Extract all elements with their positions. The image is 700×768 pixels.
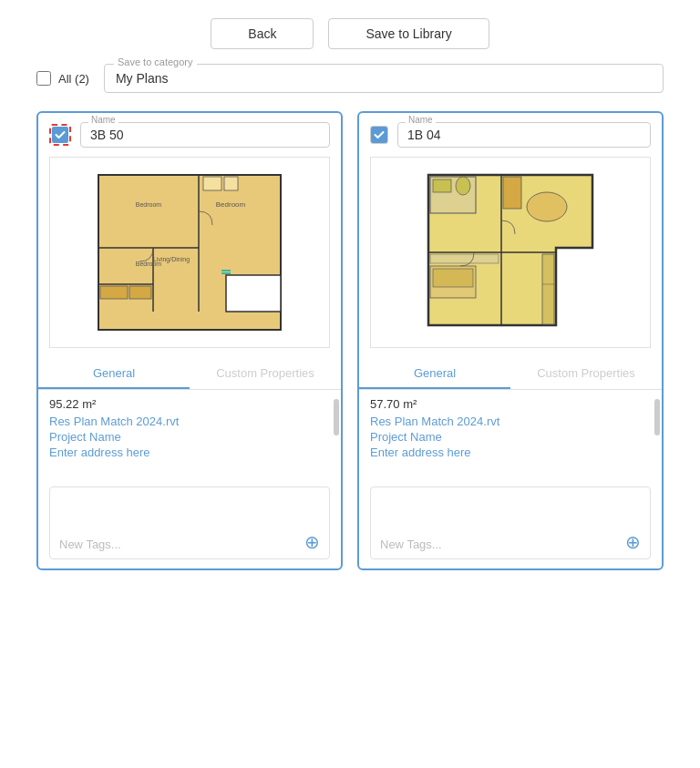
- top-toolbar: Back Save to Library: [0, 0, 700, 64]
- svg-text:Living/Dining: Living/Dining: [153, 256, 190, 263]
- card-2-floor-plan: [370, 157, 651, 348]
- card-2-name-field[interactable]: Name 1B 04: [397, 122, 651, 148]
- card-1-tab-general[interactable]: General: [38, 359, 190, 389]
- card-2-area: 57.70 m²: [370, 397, 651, 411]
- card-1-address: Enter address here: [49, 445, 330, 459]
- card-2-checkbox[interactable]: [370, 126, 388, 144]
- card-2-file: Res Plan Match 2024.rvt: [370, 415, 651, 428]
- card-1-floor-plan: Bedroom Bedroom Bedroom Living/Dining: [49, 157, 330, 348]
- card-1-tags-placeholder: New Tags...: [59, 538, 121, 551]
- card-2-tab-general[interactable]: General: [359, 359, 510, 389]
- card-1-header: Name 3B 50: [38, 113, 341, 153]
- card-2-scroll-indicator: [654, 399, 660, 435]
- card-1-name-value: 3B 50: [90, 128, 124, 142]
- svg-rect-21: [433, 179, 451, 192]
- category-row: All (2) Save to category My Plans: [0, 64, 700, 111]
- card-2-checkmark: [371, 127, 387, 143]
- svg-marker-5: [226, 275, 281, 312]
- card-1-scroll-indicator: [334, 399, 339, 435]
- card-2-tags-placeholder: New Tags...: [380, 538, 442, 551]
- card-2-address: Enter address here: [370, 445, 651, 459]
- svg-rect-13: [129, 286, 151, 299]
- all-checkbox-wrapper: All (2): [36, 71, 89, 86]
- all-checkbox[interactable]: [36, 71, 51, 86]
- card-2-tags-area[interactable]: New Tags... ⊕: [370, 486, 651, 559]
- card-1-general-content: 95.22 m² Res Plan Match 2024.rvt Project…: [38, 390, 341, 481]
- card-2-add-tag-button[interactable]: ⊕: [625, 533, 641, 551]
- cards-container: Name 3B 50 Bedroom Bedroom Bedroom Livin: [0, 111, 700, 589]
- card-2-name-label: Name: [406, 115, 436, 125]
- category-field[interactable]: Save to category My Plans: [104, 64, 664, 93]
- category-value: My Plans: [116, 71, 169, 86]
- plan-card-1: Name 3B 50 Bedroom Bedroom Bedroom Livin: [36, 111, 343, 570]
- svg-rect-10: [203, 177, 221, 190]
- card-1-tab-custom[interactable]: Custom Properties: [190, 359, 341, 389]
- back-button[interactable]: Back: [211, 18, 314, 49]
- card-1-tags-area[interactable]: New Tags... ⊕: [49, 486, 330, 559]
- card-2-tab-custom[interactable]: Custom Properties: [510, 359, 662, 389]
- svg-point-24: [527, 192, 567, 221]
- all-label: All (2): [58, 72, 89, 86]
- card-2-header: Name 1B 04: [359, 113, 662, 153]
- card-1-file: Res Plan Match 2024.rvt: [49, 415, 330, 428]
- svg-text:Bedroom: Bedroom: [136, 201, 162, 208]
- card-1-name-label: Name: [88, 115, 118, 125]
- plan-card-2: Name 1B 04: [357, 111, 664, 570]
- svg-rect-12: [100, 286, 128, 299]
- category-field-label: Save to category: [114, 56, 197, 67]
- svg-rect-23: [503, 177, 521, 209]
- card-1-name-field[interactable]: Name 3B 50: [80, 122, 330, 148]
- svg-point-22: [456, 177, 470, 195]
- card-2-name-value: 1B 04: [407, 128, 441, 142]
- svg-rect-11: [224, 177, 238, 190]
- svg-text:Bedroom: Bedroom: [216, 200, 246, 209]
- svg-rect-28: [542, 254, 554, 324]
- card-2-general-content: 57.70 m² Res Plan Match 2024.rvt Project…: [359, 390, 662, 481]
- card-2-tabs: General Custom Properties: [359, 359, 662, 390]
- card-1-checkbox[interactable]: [49, 124, 71, 146]
- card-1-checkmark: [52, 127, 68, 143]
- card-1-project-name: Project Name: [49, 430, 330, 444]
- svg-rect-27: [430, 254, 499, 263]
- svg-rect-26: [433, 269, 473, 287]
- card-1-tabs: General Custom Properties: [38, 359, 341, 390]
- card-2-project-name: Project Name: [370, 430, 651, 444]
- card-1-area: 95.22 m²: [49, 397, 330, 411]
- save-to-library-button[interactable]: Save to Library: [328, 18, 489, 49]
- card-1-add-tag-button[interactable]: ⊕: [304, 533, 320, 551]
